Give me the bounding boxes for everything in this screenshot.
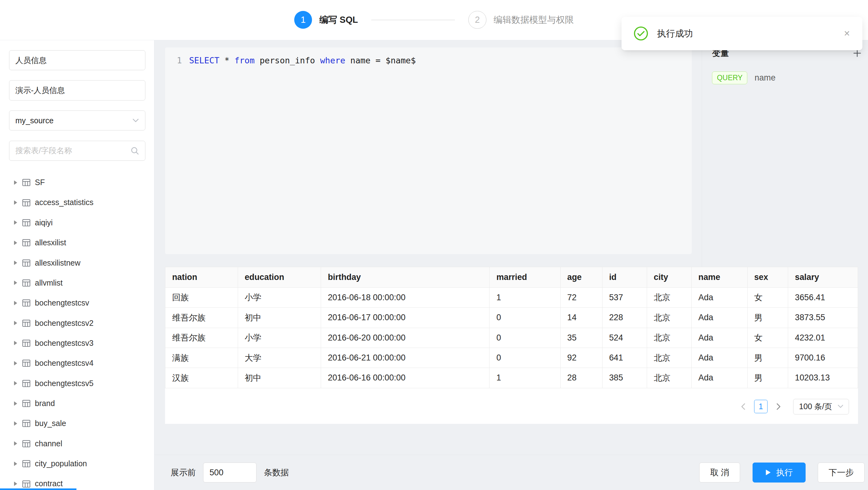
run-button[interactable]: 执行 — [752, 463, 806, 483]
table-name: city_population — [35, 459, 87, 468]
caret-right-icon[interactable] — [14, 301, 17, 305]
success-check-icon — [634, 26, 648, 40]
table-name: bochengtestcsv3 — [35, 339, 94, 348]
table-cell: 641 — [602, 348, 647, 368]
column-header: age — [560, 267, 602, 287]
table-tree-item[interactable]: channel — [9, 433, 145, 454]
next-page-button[interactable] — [772, 400, 785, 413]
table-tree: SF access_statistics — [9, 172, 145, 490]
current-page[interactable]: 1 — [754, 400, 768, 413]
table-icon — [22, 319, 31, 327]
sql-editor[interactable]: 1SELECT * from person_info where name = … — [165, 48, 692, 254]
table-tree-item[interactable]: SF — [9, 172, 145, 192]
table-tree-item[interactable]: allvmlist — [9, 273, 145, 293]
search-box — [9, 141, 145, 161]
next-step-button[interactable]: 下一步 — [818, 463, 865, 483]
table-row[interactable]: 维吾尔族小学2016-06-20 00:00:00035524北京Ada女423… — [165, 328, 858, 348]
caret-right-icon[interactable] — [14, 341, 17, 345]
horizontal-scrollbar-thumb[interactable] — [0, 488, 76, 490]
chevron-down-icon — [838, 404, 843, 408]
sql-editor-zone: 1SELECT * from person_info where name = … — [154, 40, 702, 267]
table-icon — [22, 379, 31, 388]
table-tree-item[interactable]: city_population — [9, 454, 145, 473]
step-1-label: 编写 SQL — [319, 14, 358, 26]
caret-right-icon[interactable] — [14, 220, 17, 225]
column-header: birthday — [321, 267, 490, 287]
table-cell: 男 — [747, 368, 788, 388]
table-cell: Ada — [691, 368, 747, 388]
caret-right-icon[interactable] — [14, 201, 17, 205]
table-tree-item[interactable]: access_statistics — [9, 192, 145, 213]
table-cell: 大学 — [238, 348, 321, 368]
table-tree-item[interactable]: allesxilist — [9, 233, 145, 252]
cancel-button[interactable]: 取 消 — [699, 463, 740, 483]
prev-page-button[interactable] — [736, 400, 750, 413]
step-write-sql[interactable]: 1 编写 SQL — [294, 11, 358, 29]
caret-right-icon[interactable] — [14, 361, 17, 365]
table-icon — [22, 459, 31, 468]
table-row[interactable]: 维吾尔族初中2016-06-17 00:00:00014228北京Ada男387… — [165, 308, 858, 328]
table-tree-item[interactable]: allesxilistnew — [9, 253, 145, 273]
table-icon — [22, 198, 31, 207]
play-icon — [765, 469, 771, 476]
table-row[interactable]: 满族大学2016-06-21 00:00:00092641北京Ada男9700.… — [165, 348, 858, 368]
page-size-select[interactable]: 100 条/页 — [793, 399, 849, 415]
caret-right-icon[interactable] — [14, 180, 17, 185]
model-name-input[interactable] — [9, 50, 145, 70]
table-row[interactable]: 汉族初中2016-06-16 00:00:00128385北京Ada男10203… — [165, 368, 858, 388]
step-edit-model[interactable]: 2 编辑数据模型与权限 — [468, 11, 574, 29]
row-limit-input[interactable] — [203, 463, 257, 483]
table-cell: Ada — [691, 348, 747, 368]
table-row[interactable]: 回族小学2016-06-18 00:00:00172537北京Ada女3656.… — [165, 287, 858, 307]
table-cell: 9700.16 — [788, 348, 858, 368]
caret-right-icon[interactable] — [14, 261, 17, 265]
table-cell: 初中 — [238, 308, 321, 328]
search-input[interactable] — [9, 141, 145, 161]
variables-list: QUERY name — [712, 71, 861, 84]
caret-right-icon[interactable] — [14, 241, 17, 245]
caret-right-icon[interactable] — [14, 482, 17, 486]
table-tree-item[interactable]: bochengtestcsv4 — [9, 353, 145, 373]
table-cell: 35 — [560, 328, 602, 348]
table-tree-item[interactable]: contract — [9, 474, 145, 490]
table-cell: 537 — [602, 287, 647, 307]
caret-right-icon[interactable] — [14, 281, 17, 285]
table-tree-item[interactable]: bochengtestcsv2 — [9, 313, 145, 333]
code-token: where — [320, 56, 345, 65]
search-icon — [131, 147, 139, 155]
caret-right-icon[interactable] — [14, 401, 17, 406]
caret-right-icon[interactable] — [14, 441, 17, 446]
caret-right-icon[interactable] — [14, 462, 17, 466]
datasource-select[interactable]: my_source — [9, 111, 145, 130]
model-alias-input[interactable] — [9, 80, 145, 100]
table-tree-item[interactable]: aiqiyi — [9, 213, 145, 233]
table-cell: 北京 — [647, 368, 691, 388]
pagination: 1 100 条/页 — [165, 388, 858, 424]
table-cell: 4232.01 — [788, 328, 858, 348]
chevron-left-icon — [741, 403, 745, 410]
table-name: bochengtestcsv2 — [35, 319, 94, 328]
variable-name: name — [755, 73, 776, 83]
column-header: education — [238, 267, 321, 287]
stepper: 1 编写 SQL 2 编辑数据模型与权限 — [294, 11, 574, 29]
table-cell: 2016-06-16 00:00:00 — [321, 368, 490, 388]
table-icon — [22, 419, 31, 428]
table-header-row: nationeducationbirthdaymarriedageidcityn… — [165, 267, 858, 287]
table-cell: 男 — [747, 308, 788, 328]
column-header: nation — [165, 267, 238, 287]
table-tree-item[interactable]: bochengtestcsv5 — [9, 373, 145, 393]
column-header: married — [490, 267, 560, 287]
variables-panel: 变量 QUERY name — [702, 40, 868, 267]
caret-right-icon[interactable] — [14, 381, 17, 386]
table-tree-item[interactable]: bochengtestcsv — [9, 293, 145, 313]
caret-right-icon[interactable] — [14, 421, 17, 426]
table-tree-item[interactable]: buy_sale — [9, 414, 145, 433]
limit-prefix-label: 展示前 — [170, 467, 196, 478]
caret-right-icon[interactable] — [14, 321, 17, 325]
table-cell: 小学 — [238, 287, 321, 307]
close-icon[interactable]: ✕ — [844, 30, 850, 37]
table-tree-item[interactable]: bochengtestcsv3 — [9, 333, 145, 353]
sidebar: my_source — [0, 40, 154, 490]
table-tree-item[interactable]: brand — [9, 393, 145, 413]
table-cell: 女 — [747, 287, 788, 307]
